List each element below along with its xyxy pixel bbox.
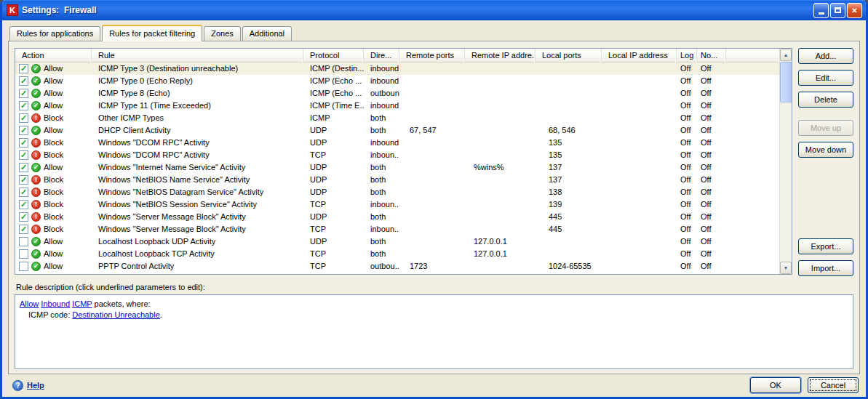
table-row[interactable]: ✓!BlockWindows "NetBIOS Session Service"… bbox=[15, 198, 779, 211]
table-row[interactable]: ✓!BlockWindows "Server Message Block" Ac… bbox=[15, 223, 779, 235]
cell-notify: Off bbox=[697, 260, 726, 273]
export-button[interactable]: Export... bbox=[798, 238, 853, 254]
column-header-remote-ip-addre[interactable]: Remote IP addre... bbox=[465, 49, 535, 63]
table-row[interactable]: ✓!BlockOther ICMP TypesICMPbothOffOff bbox=[15, 112, 779, 124]
allow-icon: ✓ bbox=[31, 237, 41, 246]
rule-enabled-checkbox[interactable]: ✓ bbox=[19, 126, 28, 135]
tab-rules-for-packet-filtering[interactable]: Rules for packet filtering bbox=[102, 25, 202, 41]
parameter-link-allow[interactable]: Allow bbox=[20, 299, 39, 308]
rule-description-box: Allow Inbound ICMP packets, where:ICMP c… bbox=[15, 294, 853, 369]
cell-action: ✓✓Allow bbox=[15, 124, 92, 137]
block-icon: ! bbox=[31, 175, 41, 185]
add-button[interactable]: Add... bbox=[798, 48, 853, 64]
table-row[interactable]: ✓✓AllowDHCP Client ActivityUDPboth67, 54… bbox=[15, 124, 779, 137]
parameter-link-inbound[interactable]: Inbound bbox=[41, 299, 70, 308]
table-row[interactable]: ✓!BlockWindows "NetBIOS Name Service" Ac… bbox=[15, 174, 779, 186]
rule-enabled-checkbox[interactable]: ✓ bbox=[19, 113, 28, 123]
column-header-protocol[interactable]: Protocol bbox=[303, 49, 364, 63]
cell-direction: both bbox=[364, 124, 399, 137]
table-row[interactable]: ✓!BlockWindows "DCOM RPC" ActivityTCPinb… bbox=[15, 149, 779, 161]
action-label: Block bbox=[44, 149, 63, 161]
rule-enabled-checkbox[interactable]: ✓ bbox=[19, 188, 28, 197]
action-label: Block bbox=[44, 211, 63, 223]
rule-enabled-checkbox[interactable] bbox=[19, 237, 28, 246]
scroll-thumb[interactable] bbox=[780, 62, 792, 102]
table-row[interactable]: ✓✓AllowICMP Type 0 (Echo Reply)ICMP (Ech… bbox=[15, 75, 779, 87]
rule-enabled-checkbox[interactable]: ✓ bbox=[19, 64, 28, 73]
delete-button[interactable]: Delete bbox=[798, 92, 853, 108]
ok-button[interactable]: OK bbox=[750, 377, 801, 393]
rule-enabled-checkbox[interactable]: ✓ bbox=[19, 76, 28, 86]
cell-notify: Off bbox=[697, 112, 726, 124]
cell-local-ports: 445 bbox=[535, 223, 602, 235]
cell-local-ip bbox=[602, 100, 677, 112]
help-link[interactable]: ? Help bbox=[12, 380, 44, 391]
cell-remote-ports bbox=[399, 235, 465, 248]
column-header-local-ip-address[interactable]: Local IP address bbox=[602, 49, 677, 63]
rule-enabled-checkbox[interactable]: ✓ bbox=[19, 225, 28, 234]
cell-protocol: TCP bbox=[303, 149, 364, 161]
table-row[interactable]: ✓AllowPPTP Control ActivityTCPoutbou...1… bbox=[15, 260, 779, 273]
column-header-action[interactable]: Action bbox=[15, 49, 92, 63]
cell-remote-ports bbox=[399, 137, 465, 149]
close-button[interactable]: ✕ bbox=[847, 3, 862, 18]
help-label: Help bbox=[27, 381, 44, 390]
cell-local-ip bbox=[602, 124, 677, 137]
parameter-link-icmp[interactable]: ICMP bbox=[72, 299, 92, 308]
rule-enabled-checkbox[interactable]: ✓ bbox=[19, 89, 28, 98]
rule-enabled-checkbox[interactable] bbox=[19, 249, 28, 259]
column-header-local-ports[interactable]: Local ports bbox=[535, 49, 602, 63]
titlebar[interactable]: K Settings: Firewall ✕ bbox=[2, 0, 866, 20]
table-row[interactable]: ✓!BlockWindows "Server Message Block" Ac… bbox=[15, 211, 779, 223]
column-header-remote-ports[interactable]: Remote ports bbox=[399, 49, 465, 63]
scroll-down-button[interactable]: ▼ bbox=[780, 262, 792, 274]
action-label: Allow bbox=[44, 63, 63, 75]
action-label: Block bbox=[44, 174, 63, 186]
table-row[interactable]: ✓✓AllowICMP Type 11 (Time Exceeded)ICMP … bbox=[15, 100, 779, 112]
cell-local-ports bbox=[535, 235, 602, 248]
column-header-dire[interactable]: Dire... bbox=[364, 49, 399, 63]
rule-enabled-checkbox[interactable]: ✓ bbox=[19, 200, 28, 209]
rule-enabled-checkbox[interactable]: ✓ bbox=[19, 163, 28, 172]
move-down-button[interactable]: Move down bbox=[798, 142, 853, 158]
import-button[interactable]: Import... bbox=[798, 260, 853, 276]
cell-action: ✓✓Allow bbox=[15, 63, 92, 75]
maximize-button[interactable] bbox=[830, 3, 845, 18]
table-row[interactable]: ✓✓AllowICMP Type 8 (Echo)ICMP (Echo ...o… bbox=[15, 87, 779, 100]
cell-protocol: ICMP (Echo ... bbox=[303, 87, 364, 100]
rule-enabled-checkbox[interactable]: ✓ bbox=[19, 138, 28, 148]
minimize-button[interactable] bbox=[813, 3, 829, 18]
column-header-no[interactable]: No... bbox=[697, 49, 726, 63]
table-row[interactable]: ✓AllowLocalhost Loopback TCP ActivityTCP… bbox=[15, 248, 779, 260]
description-text: ICMP code: bbox=[28, 310, 72, 319]
cell-local-ports bbox=[535, 248, 602, 260]
cell-local-ports bbox=[535, 75, 602, 87]
tab-zones[interactable]: Zones bbox=[204, 26, 241, 41]
rule-enabled-checkbox[interactable]: ✓ bbox=[19, 150, 28, 160]
table-row[interactable]: ✓!BlockWindows "NetBIOS Datagram Service… bbox=[15, 186, 779, 198]
footer: ? Help OK Cancel bbox=[8, 374, 860, 398]
rule-enabled-checkbox[interactable]: ✓ bbox=[19, 212, 28, 222]
scroll-up-button[interactable]: ▲ bbox=[780, 49, 792, 61]
column-header-log[interactable]: Log bbox=[677, 49, 697, 63]
tab-rules-for-applications[interactable]: Rules for applications bbox=[9, 26, 100, 41]
table-row[interactable]: ✓✓AllowWindows "Internet Name Service" A… bbox=[15, 161, 779, 174]
cell-notify: Off bbox=[697, 211, 726, 223]
vertical-scrollbar[interactable]: ▲ ▼ bbox=[779, 49, 792, 274]
move-up-button[interactable]: Move up bbox=[798, 120, 853, 136]
rule-enabled-checkbox[interactable]: ✓ bbox=[19, 101, 28, 110]
cell-local-ip bbox=[602, 198, 677, 211]
cell-notify: Off bbox=[697, 87, 726, 100]
cancel-button[interactable]: Cancel bbox=[808, 377, 859, 393]
rule-enabled-checkbox[interactable]: ✓ bbox=[19, 175, 28, 185]
parameter-link-destination-unreachable[interactable]: Destination Unreachable bbox=[72, 310, 159, 319]
edit-button[interactable]: Edit... bbox=[798, 70, 853, 86]
table-row[interactable]: ✓!BlockWindows "DCOM RPC" ActivityUDPinb… bbox=[15, 137, 779, 149]
cell-local-ports: 135 bbox=[535, 149, 602, 161]
tab-additional[interactable]: Additional bbox=[242, 26, 292, 41]
table-row[interactable]: ✓AllowLocalhost Loopback UDP ActivityUDP… bbox=[15, 235, 779, 248]
rule-enabled-checkbox[interactable] bbox=[19, 262, 28, 271]
table-row[interactable]: ✓✓AllowICMP Type 3 (Destination unreacha… bbox=[15, 63, 779, 75]
scroll-track[interactable] bbox=[780, 61, 792, 262]
column-header-rule[interactable]: Rule bbox=[92, 49, 303, 63]
